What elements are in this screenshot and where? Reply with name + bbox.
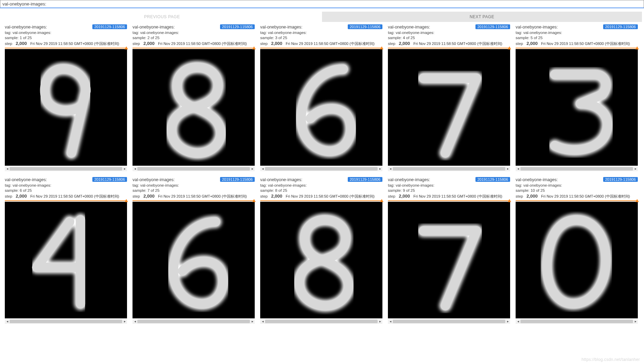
scroll-track[interactable] xyxy=(10,320,122,323)
step-label: step xyxy=(388,194,395,198)
sample-image[interactable] xyxy=(5,202,127,318)
run-badge: 20191129-115806 xyxy=(92,24,127,29)
panel-title-text: val-onebyone-images: xyxy=(2,1,46,7)
step-row: step 2,000 Fri Nov 29 2019 11:58:50 GMT+… xyxy=(133,193,255,199)
sample-image[interactable] xyxy=(388,202,510,318)
tag-prefix: tag: xyxy=(133,31,140,35)
sample-of: of xyxy=(22,36,27,40)
card-tag-line: tag: val-onebyone-images: xyxy=(5,183,127,188)
tag-value: val-onebyone-images: xyxy=(268,183,307,187)
step-slider[interactable] xyxy=(5,200,127,202)
step-slider[interactable] xyxy=(133,47,255,49)
timestamp: Fri Nov 29 2019 11:58:50 GMT+0800 (中国标准时… xyxy=(413,194,502,199)
horizontal-scrollbar[interactable]: ◂ ▸ xyxy=(133,319,255,324)
sample-image[interactable] xyxy=(260,202,382,318)
step-label: step xyxy=(260,194,268,198)
step-row: step 2,000 Fri Nov 29 2019 11:58:50 GMT+… xyxy=(516,41,638,46)
scroll-track[interactable] xyxy=(393,320,505,323)
scroll-left-icon[interactable]: ◂ xyxy=(516,167,520,171)
scroll-right-icon[interactable]: ▸ xyxy=(250,167,255,171)
timestamp: Fri Nov 29 2019 11:58:50 GMT+0800 (中国标准时… xyxy=(286,41,375,46)
scroll-track[interactable] xyxy=(520,167,633,171)
step-slider[interactable] xyxy=(5,47,127,49)
scroll-track[interactable] xyxy=(265,167,378,171)
image-card: 20191129-115806 val-onebyone-images: tag… xyxy=(388,177,510,324)
tag-value: val-onebyone-images: xyxy=(395,31,434,35)
horizontal-scrollbar[interactable]: ◂ ▸ xyxy=(5,166,127,171)
sample-total: 25 xyxy=(283,188,287,192)
scroll-track[interactable] xyxy=(137,167,250,171)
scroll-left-icon[interactable]: ◂ xyxy=(5,167,10,171)
step-row: step 2,000 Fri Nov 29 2019 11:58:50 GMT+… xyxy=(5,193,127,199)
scroll-right-icon[interactable]: ▸ xyxy=(250,319,255,323)
horizontal-scrollbar[interactable]: ◂ ▸ xyxy=(260,319,382,324)
sample-image[interactable] xyxy=(516,202,638,318)
step-slider[interactable] xyxy=(388,200,510,202)
scroll-left-icon[interactable]: ◂ xyxy=(388,319,393,323)
horizontal-scrollbar[interactable]: ◂ ▸ xyxy=(388,166,510,171)
step-slider[interactable] xyxy=(260,47,382,49)
step-label: step xyxy=(5,42,12,46)
step-slider[interactable] xyxy=(133,200,255,202)
scroll-right-icon[interactable]: ▸ xyxy=(378,167,382,171)
scroll-track[interactable] xyxy=(265,320,378,323)
scroll-left-icon[interactable]: ◂ xyxy=(133,167,137,171)
sample-of: of xyxy=(405,188,411,192)
horizontal-scrollbar[interactable]: ◂ ▸ xyxy=(260,166,382,171)
scroll-left-icon[interactable]: ◂ xyxy=(260,319,265,323)
timestamp: Fri Nov 29 2019 11:58:50 GMT+0800 (中国标准时… xyxy=(286,194,375,199)
card-tag-line: tag: val-onebyone-images: xyxy=(133,30,255,36)
card-sample-line: sample: 9 of 25 xyxy=(388,188,510,193)
scroll-right-icon[interactable]: ▸ xyxy=(633,319,638,323)
timestamp: Fri Nov 29 2019 11:58:50 GMT+0800 (中国标准时… xyxy=(158,194,247,199)
scroll-right-icon[interactable]: ▸ xyxy=(505,319,510,323)
sample-image[interactable] xyxy=(133,49,255,166)
tag-prefix: tag: xyxy=(516,31,523,35)
scroll-right-icon[interactable]: ▸ xyxy=(378,319,382,323)
sample-image[interactable] xyxy=(516,49,638,166)
card-sample-line: sample: 3 of 25 xyxy=(260,35,382,41)
timestamp: Fri Nov 29 2019 11:58:50 GMT+0800 (中国标准时… xyxy=(158,41,247,46)
horizontal-scrollbar[interactable]: ◂ ▸ xyxy=(516,166,638,171)
scroll-right-icon[interactable]: ▸ xyxy=(633,167,638,171)
horizontal-scrollbar[interactable]: ◂ ▸ xyxy=(516,319,638,324)
sample-image[interactable] xyxy=(5,49,127,166)
timestamp: Fri Nov 29 2019 11:58:50 GMT+0800 (中国标准时… xyxy=(30,41,119,46)
card-sample-line: sample: 10 of 25 xyxy=(516,188,638,193)
scroll-right-icon[interactable]: ▸ xyxy=(505,167,510,171)
card-sample-line: sample: 6 of 25 xyxy=(5,188,127,193)
sample-total: 25 xyxy=(27,36,32,40)
tag-prefix: tag: xyxy=(5,31,12,35)
scroll-track[interactable] xyxy=(10,167,122,171)
scroll-right-icon[interactable]: ▸ xyxy=(122,167,127,171)
step-slider[interactable] xyxy=(516,47,638,49)
next-page-button[interactable]: NEXT PAGE xyxy=(322,12,642,22)
horizontal-scrollbar[interactable]: ◂ ▸ xyxy=(388,319,510,324)
content-area: PREVIOUS PAGE NEXT PAGE 20191129-115806 … xyxy=(0,8,644,331)
scroll-left-icon[interactable]: ◂ xyxy=(388,167,393,171)
sample-image[interactable] xyxy=(133,202,255,318)
image-card: 20191129-115806 val-onebyone-images: tag… xyxy=(133,24,255,171)
sample-image[interactable] xyxy=(388,49,510,166)
tag-prefix: tag: xyxy=(260,183,268,187)
scroll-left-icon[interactable]: ◂ xyxy=(133,319,137,323)
image-card: 20191129-115806 val-onebyone-images: tag… xyxy=(516,177,638,324)
horizontal-scrollbar[interactable]: ◂ ▸ xyxy=(133,166,255,171)
scroll-left-icon[interactable]: ◂ xyxy=(516,319,520,323)
scroll-track[interactable] xyxy=(137,320,250,323)
scroll-left-icon[interactable]: ◂ xyxy=(260,167,265,171)
scroll-left-icon[interactable]: ◂ xyxy=(5,319,10,323)
image-card: 20191129-115806 val-onebyone-images: tag… xyxy=(388,24,510,171)
step-slider[interactable] xyxy=(388,47,510,49)
image-card: 20191129-115806 val-onebyone-images: tag… xyxy=(133,177,255,324)
sample-image[interactable] xyxy=(260,49,382,166)
scroll-track[interactable] xyxy=(520,320,633,323)
tag-value: val-onebyone-images: xyxy=(523,183,562,187)
tag-value: val-onebyone-images: xyxy=(268,31,307,35)
scroll-right-icon[interactable]: ▸ xyxy=(122,319,127,323)
step-slider[interactable] xyxy=(260,200,382,202)
horizontal-scrollbar[interactable]: ◂ ▸ xyxy=(5,319,127,324)
scroll-track[interactable] xyxy=(393,167,505,171)
card-tag-line: tag: val-onebyone-images: xyxy=(260,30,382,36)
step-slider[interactable] xyxy=(516,200,638,202)
